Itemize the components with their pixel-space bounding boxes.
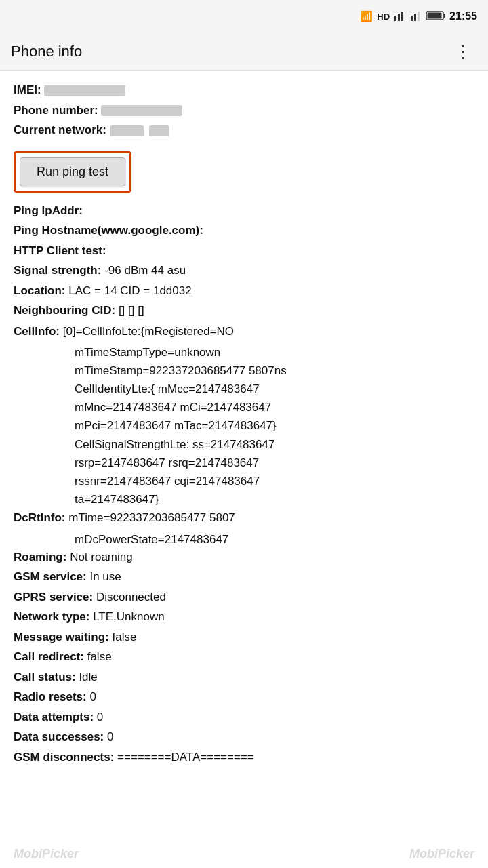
ping-ipaddr-row: Ping IpAddr: bbox=[14, 202, 474, 220]
call-redirect-row: Call redirect: false bbox=[14, 648, 474, 666]
cellinfo-line-7: rsrp=2147483647 rsrq=2147483647 bbox=[14, 454, 474, 472]
neighbouring-cid-value: [] [] [] bbox=[119, 304, 144, 317]
cellinfo-line-6: CellSignalStrengthLte: ss=2147483647 bbox=[14, 435, 474, 454]
page-title: Phone info bbox=[11, 43, 82, 60]
network-type-value: LTE,Unknown bbox=[93, 610, 165, 623]
data-successes-row: Data successes: 0 bbox=[14, 728, 474, 746]
message-waiting-value: false bbox=[113, 631, 137, 644]
network-type-label: Network type: bbox=[14, 610, 89, 623]
gsm-disconnects-label: GSM disconnects: bbox=[14, 751, 114, 764]
status-bar-right: 📶 HD 21:55 bbox=[360, 9, 477, 24]
signal-strength-row: Signal strength: -96 dBm 44 asu bbox=[14, 262, 474, 279]
phone-number-label: Phone number: bbox=[14, 104, 98, 117]
imei-row: IMEI: bbox=[14, 81, 474, 99]
ping-hostname-label: Ping Hostname(www.google.com): bbox=[14, 224, 203, 237]
call-redirect-label: Call redirect: bbox=[14, 650, 84, 663]
gprs-service-value: Disconnected bbox=[96, 591, 166, 604]
call-status-row: Call status: Idle bbox=[14, 669, 474, 686]
roaming-label: Roaming: bbox=[14, 551, 66, 564]
ping-ipaddr-label: Ping IpAddr: bbox=[14, 204, 83, 217]
current-network-value bbox=[110, 125, 144, 136]
dcrtinfo-row: DcRtInfo: mTime=922337203685477 5807 bbox=[14, 509, 474, 527]
svg-rect-7 bbox=[428, 12, 442, 18]
gprs-service-label: GPRS service: bbox=[14, 591, 93, 604]
message-waiting-label: Message waiting: bbox=[14, 631, 109, 644]
data-attempts-row: Data attempts: 0 bbox=[14, 709, 474, 726]
hd-icon: HD bbox=[377, 12, 390, 22]
gsm-disconnects-row: GSM disconnects: ========DATA======== bbox=[14, 749, 474, 766]
svg-rect-5 bbox=[418, 12, 420, 21]
wifi-icon: 📶 bbox=[360, 10, 373, 22]
imei-label: IMEI: bbox=[14, 83, 41, 96]
battery-icon bbox=[426, 11, 445, 22]
call-status-label: Call status: bbox=[14, 671, 76, 684]
toolbar: Phone info ⋮ bbox=[0, 33, 488, 71]
call-redirect-value: false bbox=[87, 650, 112, 663]
radio-resets-row: Radio resets: 0 bbox=[14, 688, 474, 706]
gprs-service-row: GPRS service: Disconnected bbox=[14, 589, 474, 606]
cellinfo-label: CellInfo: bbox=[14, 325, 60, 338]
network-type-row: Network type: LTE,Unknown bbox=[14, 608, 474, 626]
svg-rect-1 bbox=[398, 14, 400, 21]
radio-resets-label: Radio resets: bbox=[14, 690, 87, 703]
roaming-row: Roaming: Not roaming bbox=[14, 549, 474, 566]
signal-strength-label: Signal strength: bbox=[14, 264, 101, 277]
cellinfo-line-1: mTimeStampType=unknown bbox=[14, 343, 474, 361]
cellinfo-value: [0]=CellInfoLte:{mRegistered=NO bbox=[63, 325, 234, 338]
svg-rect-0 bbox=[394, 16, 396, 21]
cellinfo-row: CellInfo: [0]=CellInfoLte:{mRegistered=N… bbox=[14, 322, 474, 340]
dcrtinfo-line-2: mDcPowerState=2147483647 bbox=[14, 530, 474, 549]
location-label: Location: bbox=[14, 284, 66, 297]
cellinfo-line-4: mMnc=2147483647 mCi=2147483647 bbox=[14, 398, 474, 416]
radio-resets-value: 0 bbox=[89, 690, 96, 703]
signal-icon-2 bbox=[410, 9, 422, 24]
gsm-service-label: GSM service: bbox=[14, 570, 87, 583]
dcrtinfo-value: mTime=922337203685477 5807 bbox=[68, 511, 235, 524]
dcrtinfo-label: DcRtInfo: bbox=[14, 511, 65, 524]
run-ping-test-button[interactable]: Run ping test bbox=[20, 157, 125, 186]
svg-rect-8 bbox=[444, 14, 445, 18]
location-row: Location: LAC = 14 CID = 1dd032 bbox=[14, 282, 474, 300]
ping-hostname-row: Ping Hostname(www.google.com): bbox=[14, 222, 474, 239]
phone-number-row: Phone number: bbox=[14, 102, 474, 119]
data-attempts-label: Data attempts: bbox=[14, 711, 94, 724]
neighbouring-cid-row: Neighbouring CID: [] [] [] bbox=[14, 302, 474, 319]
current-network-label: Current network: bbox=[14, 123, 106, 136]
neighbouring-cid-label: Neighbouring CID: bbox=[14, 304, 115, 317]
gsm-service-row: GSM service: In use bbox=[14, 568, 474, 586]
signal-strength-value: -96 dBm 44 asu bbox=[104, 264, 186, 277]
phone-number-value bbox=[101, 105, 182, 116]
gsm-disconnects-value: ========DATA======== bbox=[117, 751, 254, 764]
call-status-value: Idle bbox=[79, 671, 97, 684]
data-successes-value: 0 bbox=[107, 730, 113, 743]
imei-value bbox=[44, 85, 125, 96]
signal-icon-1 bbox=[394, 9, 406, 24]
cellinfo-line-2: mTimeStamp=922337203685477 5807ns bbox=[14, 361, 474, 380]
svg-rect-4 bbox=[414, 14, 416, 21]
content-area: IMEI: Phone number: Current network: Run… bbox=[0, 71, 488, 868]
cellinfo-line-8: rssnr=2147483647 cqi=2147483647 bbox=[14, 472, 474, 490]
data-attempts-value: 0 bbox=[97, 711, 103, 724]
data-successes-label: Data successes: bbox=[14, 730, 104, 743]
location-value: LAC = 14 CID = 1dd032 bbox=[68, 284, 191, 297]
svg-rect-3 bbox=[411, 16, 413, 21]
current-network-row: Current network: bbox=[14, 121, 474, 139]
svg-rect-2 bbox=[401, 12, 403, 21]
overflow-menu-icon[interactable]: ⋮ bbox=[449, 37, 477, 66]
ping-button-wrapper: Run ping test bbox=[14, 151, 131, 193]
gsm-service-value: In use bbox=[89, 570, 121, 583]
roaming-value: Not roaming bbox=[70, 551, 133, 564]
current-network-icon bbox=[149, 125, 169, 136]
http-client-label: HTTP Client test: bbox=[14, 244, 106, 257]
cellinfo-line-9: ta=2147483647} bbox=[14, 490, 474, 509]
status-time: 21:55 bbox=[449, 10, 477, 22]
cellinfo-line-5: mPci=2147483647 mTac=2147483647} bbox=[14, 416, 474, 435]
http-client-row: HTTP Client test: bbox=[14, 242, 474, 260]
message-waiting-row: Message waiting: false bbox=[14, 629, 474, 646]
cellinfo-line-3: CellIdentityLte:{ mMcc=2147483647 bbox=[14, 380, 474, 398]
status-bar: 📶 HD 21:55 bbox=[0, 0, 488, 33]
